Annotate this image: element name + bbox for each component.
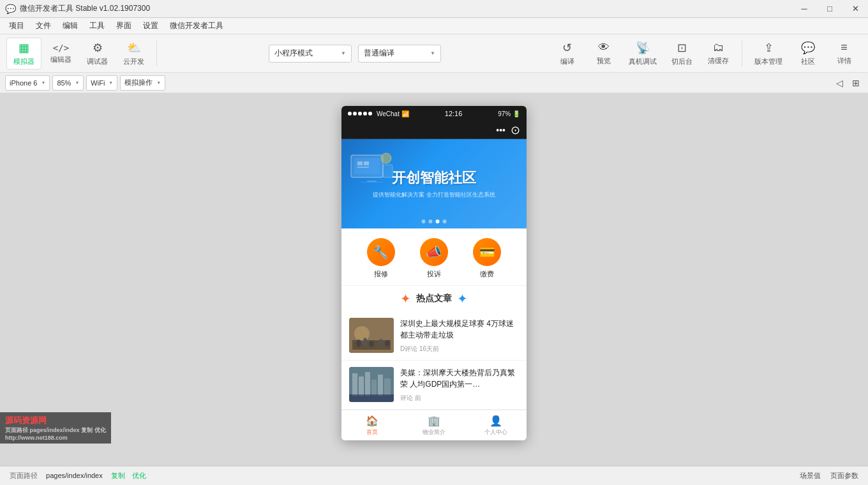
maximize-button[interactable]: □	[817, 0, 842, 18]
status-path-value: pages/index/index	[46, 472, 103, 479]
phone-nav-bar: ••• ⊙	[341, 121, 527, 139]
signal-dots	[348, 112, 372, 116]
banner-dot-2	[429, 220, 433, 223]
complaint-icon-circle: 📣	[420, 238, 448, 266]
toolbar-sep-2	[742, 41, 742, 66]
tool-debugger[interactable]: ⚙ 调试器	[80, 38, 114, 70]
tool-simulator[interactable]: ▦ 模拟器	[6, 38, 41, 70]
compile-select[interactable]: 普通编译	[358, 45, 441, 63]
payment-icon-circle: 💳	[473, 238, 501, 266]
phone-battery: 97% 🔋	[498, 110, 520, 117]
svg-point-7	[381, 153, 391, 163]
real-debug-icon: 📡	[636, 41, 650, 55]
real-debug-label: 真机调试	[629, 57, 657, 66]
icon-complaint[interactable]: 📣 投诉	[420, 238, 448, 279]
backend-icon: ⊡	[677, 41, 687, 55]
tool-clear-cache[interactable]: 🗂 清缓存	[701, 38, 736, 70]
menu-item-settings[interactable]: 设置	[138, 19, 163, 33]
news-item-1[interactable]: 深圳史上最大规模足球赛 4万球迷都主动带走垃圾 D评论 16天前	[341, 311, 527, 361]
svg-rect-19	[359, 377, 364, 396]
news-thumb-2	[349, 367, 394, 402]
mode-operation-select[interactable]: 模拟操作	[120, 75, 165, 91]
resize-icon[interactable]: ⊞	[849, 76, 863, 90]
banner-dots	[422, 220, 447, 223]
phone-tab-bar: 🏠 首页 🏢 物业简介 👤 个人中心	[341, 410, 527, 440]
tool-editor[interactable]: </> 编辑器	[44, 38, 78, 70]
phone-status-bar: WeChat 📶 12:16 97% 🔋	[341, 106, 527, 121]
nav-dots-icon: •••	[496, 125, 505, 135]
detail-label: 详情	[837, 56, 851, 66]
toolbar-far-right: ⇪ 版本管理 💬 社区 ≡ 详情	[748, 38, 862, 70]
signal-dot-2	[353, 112, 357, 116]
app-status-bar: 页面路径 pages/index/index 复制 优化 场景值 页面参数	[0, 466, 868, 485]
tool-community[interactable]: 💬 社区	[790, 38, 825, 70]
news-content-2: 美媒：深圳摩天大楼热背后乃真繁荣 人均GDP国内第一… 评论 前	[400, 367, 519, 403]
svg-point-16	[385, 340, 390, 347]
version-label: 版本管理	[754, 57, 782, 66]
wifi-icon: 📶	[401, 110, 409, 117]
zoom-select[interactable]: 85%	[52, 75, 84, 91]
nav-record-icon: ⊙	[511, 123, 520, 137]
tool-cloud[interactable]: ⛅ 云开发	[117, 38, 151, 70]
news-item-2[interactable]: 美媒：深圳摩天大楼热背后乃真繁荣 人均GDP国内第一… 评论 前	[341, 361, 527, 410]
tool-compile[interactable]: ↺ 编译	[550, 38, 585, 70]
network-select[interactable]: WiFi	[86, 75, 117, 91]
mode-select[interactable]: 小程序模式	[269, 45, 352, 63]
cloud-icon: ⛅	[127, 41, 141, 55]
menu-item-project[interactable]: 项目	[4, 19, 29, 33]
section-deco-left: ✦	[400, 291, 411, 306]
tab-property[interactable]: 🏢 物业简介	[403, 410, 465, 440]
title-bar: 💬 微信开发者工具 Stable v1.02.1907300 ─ □ ✕	[0, 0, 868, 18]
tab-profile[interactable]: 👤 个人中心	[465, 410, 527, 440]
page-params-btn[interactable]: 页面参数	[830, 471, 858, 481]
svg-rect-3	[364, 161, 369, 165]
device-select[interactable]: iPhone 6	[5, 75, 50, 91]
status-optimize-btn[interactable]: 优化	[132, 472, 146, 479]
toolbar-center: 小程序模式 普通编译	[163, 45, 547, 63]
icon-payment[interactable]: 💳 缴费	[473, 238, 501, 279]
main-area: WeChat 📶 12:16 97% 🔋 ••• ⊙	[0, 93, 868, 466]
news-meta-1: D评论 16天前	[400, 345, 519, 354]
tab-profile-icon: 👤	[490, 415, 502, 427]
svg-rect-23	[384, 378, 391, 396]
news-thumb-1	[349, 318, 394, 353]
status-right: 场景值 页面参数	[800, 471, 858, 481]
svg-rect-1	[354, 158, 380, 174]
menu-item-interface[interactable]: 界面	[111, 19, 137, 33]
status-copy-btn[interactable]: 复制	[111, 472, 125, 479]
svg-rect-22	[378, 375, 383, 396]
menu-bar: 项目 文件 编辑 工具 界面 设置 微信开发者工具	[0, 18, 868, 34]
backend-label: 切后台	[671, 57, 692, 66]
tab-home-icon: 🏠	[366, 415, 378, 427]
tool-version[interactable]: ⇪ 版本管理	[748, 38, 789, 70]
phone-banner[interactable]: 开创智能社区 提供智能化解决方案 全力打造智能社区生态系统	[341, 139, 527, 228]
tool-preview[interactable]: 👁 预览	[586, 38, 621, 70]
signal-dot-1	[348, 112, 352, 116]
svg-rect-5	[367, 181, 377, 182]
menu-item-wechat-devtools[interactable]: 微信开发者工具	[165, 19, 228, 33]
news-title-1: 深圳史上最大规模足球赛 4万球迷都主动带走垃圾	[400, 318, 519, 341]
compile-select-value: 普通编译	[364, 48, 394, 59]
collapse-icon[interactable]: ◁	[832, 76, 846, 90]
menu-item-file[interactable]: 文件	[31, 19, 56, 33]
phone-simulator: WeChat 📶 12:16 97% 🔋 ••• ⊙	[341, 106, 527, 440]
clear-cache-label: 清缓存	[708, 56, 729, 66]
compile-icon: ↺	[562, 41, 572, 55]
tool-real-debug[interactable]: 📡 真机调试	[622, 38, 663, 70]
scene-value-btn[interactable]: 场景值	[800, 471, 821, 481]
icon-repair[interactable]: 🔧 报修	[367, 238, 395, 279]
tool-backend[interactable]: ⊡ 切后台	[664, 38, 700, 70]
version-icon: ⇪	[764, 41, 774, 55]
svg-point-15	[379, 339, 383, 347]
tab-home[interactable]: 🏠 首页	[341, 410, 403, 440]
toolbar-sep-1	[156, 41, 157, 66]
close-button[interactable]: ✕	[842, 0, 868, 18]
menu-item-tools[interactable]: 工具	[84, 19, 110, 33]
svg-point-13	[363, 338, 367, 347]
detail-icon: ≡	[841, 41, 848, 54]
mode-select-value: 小程序模式	[274, 48, 313, 59]
app-title: 微信开发者工具 Stable v1.02.1907300	[20, 3, 150, 14]
tool-detail[interactable]: ≡ 详情	[827, 38, 862, 70]
menu-item-edit[interactable]: 编辑	[57, 19, 83, 33]
minimize-button[interactable]: ─	[791, 0, 817, 18]
